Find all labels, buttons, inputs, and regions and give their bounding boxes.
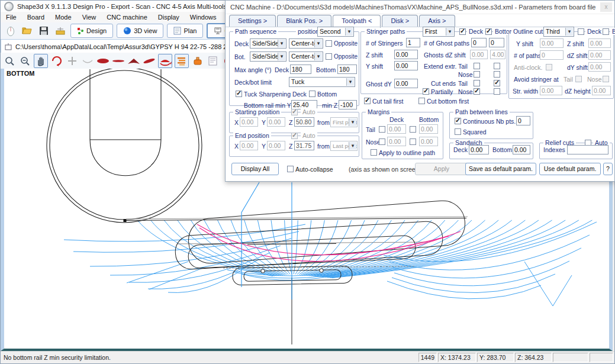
bot-direction-select[interactable]: Center-to- — [289, 51, 323, 62]
max-angle-bottom-field[interactable] — [337, 65, 357, 74]
margins-tail-deck-checkbox[interactable] — [379, 126, 385, 133]
ghost-dy-field[interactable] — [394, 79, 418, 88]
menu-display[interactable]: Display — [153, 12, 185, 22]
stringer-deck-checkbox[interactable] — [459, 28, 466, 35]
end-auto-checkbox[interactable] — [291, 133, 298, 139]
outline-view-icon[interactable] — [96, 54, 110, 67]
max-angle-deck-field[interactable] — [290, 65, 311, 74]
sandwich-deck-field[interactable] — [469, 145, 489, 154]
save-default-param-button[interactable]: Save as default param. — [465, 163, 536, 175]
design-button[interactable]: Design — [70, 24, 113, 38]
dz-height-field — [592, 86, 611, 95]
end-z-field[interactable] — [294, 141, 314, 150]
margins-tail-bottom-checkbox[interactable] — [410, 126, 416, 133]
margins-nose-bottom-checkbox[interactable] — [410, 138, 416, 145]
menu-mode[interactable]: Mode — [50, 12, 77, 22]
apply-to-outline-path-checkbox[interactable] — [371, 149, 377, 156]
rocker-view-icon[interactable] — [127, 54, 140, 67]
start-z-field[interactable] — [294, 117, 314, 127]
cut-ends-tail-deck-checkbox[interactable] — [474, 80, 480, 86]
deck-bot-limit-select[interactable]: Tuck — [289, 77, 355, 87]
cut-ends-nose-bottom-checkbox[interactable] — [494, 88, 500, 95]
ghost-paths-bottom-field[interactable] — [489, 38, 504, 47]
dialog-help-button[interactable]: ? — [603, 163, 613, 175]
zoom-out-icon[interactable] — [18, 54, 31, 67]
deck-direction-select[interactable]: Center-to- — [289, 38, 323, 49]
board-rotate-icon[interactable] — [158, 54, 172, 68]
3d-view-button[interactable]: 3D view — [117, 24, 163, 38]
cut-list-icon[interactable] — [207, 54, 220, 67]
min-z-field[interactable] — [339, 100, 357, 109]
pointer-icon[interactable] — [4, 24, 17, 37]
bot-mode-select[interactable]: Side/Side — [250, 51, 286, 62]
outline-bottom-checkbox[interactable] — [603, 28, 609, 35]
starting-auto-checkbox[interactable] — [291, 109, 298, 115]
board-file-icon — [5, 43, 12, 50]
tuck-sharpening-deck-checkbox[interactable] — [236, 91, 242, 97]
move-cross-icon[interactable] — [66, 54, 79, 67]
squared-checkbox[interactable] — [455, 128, 461, 135]
profile-view-icon[interactable] — [112, 54, 125, 67]
menu-cnc-machine[interactable]: CNC machine — [101, 12, 152, 22]
position-select[interactable]: Second — [317, 27, 354, 37]
layers-icon[interactable] — [175, 54, 189, 68]
tuck-sharpening-bottom-checkbox[interactable] — [309, 91, 315, 97]
extend-nose-bottom-checkbox[interactable] — [494, 71, 500, 78]
cut-tail-first-checkbox[interactable] — [364, 98, 371, 104]
outline-z-shift-field — [588, 38, 611, 48]
nb-pts-field[interactable] — [516, 116, 530, 125]
extend-nose-label: Nose — [458, 71, 473, 78]
menu-view[interactable]: View — [77, 12, 102, 22]
bot-opposite-checkbox[interactable] — [326, 53, 332, 60]
extend-nose-deck-checkbox[interactable] — [474, 71, 480, 78]
str-width-field — [540, 86, 562, 95]
tab-blank-pos[interactable]: Blank Pos. > — [277, 15, 331, 27]
extend-tail-deck-checkbox[interactable] — [474, 63, 480, 69]
menu-board[interactable]: Board — [22, 12, 50, 22]
dialog-close-button[interactable]: x — [600, 2, 612, 12]
auto-collapse-checkbox[interactable] — [287, 166, 294, 172]
open-folder-icon[interactable] — [21, 24, 34, 37]
extend-tail-bottom-checkbox[interactable] — [494, 63, 500, 69]
z-shift-field[interactable] — [394, 50, 418, 59]
partially-checkbox[interactable] — [423, 88, 429, 95]
use-default-param-button[interactable]: Use default param. — [539, 163, 601, 175]
indexes-field[interactable] — [567, 145, 608, 154]
deck-opposite-checkbox[interactable] — [326, 40, 332, 47]
sandwich-bottom-field[interactable] — [513, 145, 530, 154]
hull-icon[interactable] — [81, 54, 94, 67]
stringer-order-select[interactable]: First — [423, 27, 455, 37]
margins-nose-deck-checkbox[interactable] — [379, 138, 385, 145]
pan-hand-icon[interactable] — [34, 54, 48, 68]
cnc-export-icon[interactable] — [191, 54, 204, 67]
y-shift-field[interactable] — [394, 61, 418, 70]
outline-deck-checkbox[interactable] — [578, 28, 584, 35]
tab-disk[interactable]: Disk > — [382, 15, 418, 27]
sandwich-group: Sandwich Deck Bottom — [449, 143, 533, 159]
continuous-checkbox[interactable] — [455, 118, 461, 124]
tab-settings[interactable]: Settings > — [229, 15, 276, 27]
slice-view-icon[interactable] — [143, 54, 156, 67]
tool-section — [47, 69, 202, 223]
menu-windows[interactable]: Windows — [185, 12, 222, 22]
plan-button[interactable]: Plan — [167, 24, 203, 38]
cut-bottom-first-checkbox[interactable] — [418, 98, 425, 104]
outline-order-select[interactable]: Third — [543, 27, 574, 37]
menu-file[interactable]: File — [1, 12, 22, 22]
machine-icon[interactable] — [54, 24, 67, 37]
ghost-dy-label: Ghost dY — [366, 80, 392, 88]
stringer-bottom-checkbox[interactable] — [485, 28, 492, 35]
num-stringers-field[interactable] — [406, 38, 420, 47]
zoom-in-icon[interactable] — [3, 54, 16, 67]
ghost-paths-deck-field[interactable] — [471, 38, 487, 47]
tab-axis[interactable]: Axis > — [419, 15, 455, 27]
cut-ends-nose-deck-checkbox[interactable] — [474, 88, 480, 95]
display-all-button[interactable]: Display All — [231, 163, 279, 175]
margins-tail-bottom-field — [419, 124, 438, 134]
partially-label: Partially — [431, 88, 453, 95]
save-icon[interactable] — [37, 24, 50, 37]
cut-ends-tail-bottom-checkbox[interactable] — [494, 80, 500, 86]
num-ghost-paths-label: # of Ghost paths — [424, 40, 469, 47]
deck-mode-select[interactable]: Side/Side — [250, 38, 286, 49]
rotate-view-icon[interactable] — [50, 54, 63, 67]
